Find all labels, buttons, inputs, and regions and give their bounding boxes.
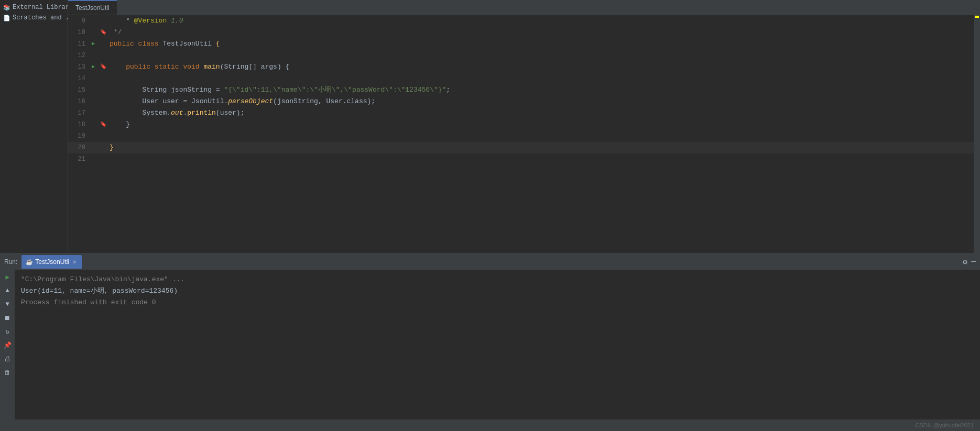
line-11-text: public class TestJsonUtil {	[107, 38, 220, 50]
line-number-9: 9	[68, 15, 92, 27]
run-delete-button[interactable]: 🗑	[2, 367, 13, 378]
line-15-text: String jsonString = "{\"id\":11,\"name\"…	[107, 84, 450, 96]
code-line-19: 19	[68, 130, 980, 142]
line-10-text: */	[107, 27, 122, 38]
line-number-21: 21	[68, 153, 92, 165]
bookmark-18: 🔖	[100, 119, 107, 130]
editor-scrollbar[interactable]	[974, 15, 980, 253]
code-line-18: 18 🔖 }	[68, 119, 980, 130]
run-tab-icon: ☕	[26, 259, 33, 266]
line-13-text: public static void main(String[] args) {	[107, 61, 289, 73]
run-reload-button[interactable]: ↻	[2, 326, 13, 337]
code-line-17: 17 System.out.println(user);	[68, 107, 980, 119]
code-line-13: 13 ▶ 🔖 public static void main(String[] …	[68, 61, 980, 73]
file-tab-bar: TestJsonUtil	[68, 0, 980, 15]
run-arrow-11: ▶	[92, 38, 100, 50]
line-number-11: 11	[68, 38, 92, 50]
file-tab-label: TestJsonUtil	[75, 4, 110, 12]
run-stop-button[interactable]: ⏹	[2, 313, 13, 323]
code-line-21: 21	[68, 153, 980, 165]
code-line-12: 12	[68, 50, 980, 61]
code-line-15: 15 String jsonString = "{\"id\":11,\"nam…	[68, 84, 980, 96]
run-play-button[interactable]: ▶	[2, 272, 13, 282]
output-line-2: User(id=11, name=小明, passWord=123456)	[21, 285, 974, 297]
line-number-12: 12	[68, 50, 92, 61]
run-tab-bar: Run: ☕ TestJsonUtil ✕ ⚙ ─	[0, 254, 980, 270]
run-panel-content: ▶ ▲ ▼ ⏹ ↻ 📌 🖨 🗑 "C:\Program Files\Java\b…	[0, 270, 980, 419]
line-number-10: 10	[68, 27, 92, 38]
close-icon[interactable]: ✕	[72, 259, 77, 265]
line-17-text: System.out.println(user);	[107, 107, 244, 119]
line-number-14: 14	[68, 73, 92, 84]
bookmark-10: 🔖	[100, 27, 107, 38]
run-label: Run:	[4, 258, 17, 266]
line-number-19: 19	[68, 130, 92, 142]
code-editor: TestJsonUtil 9 * @Version 1.0 10 🔖 */	[68, 0, 980, 253]
line-number-13: 13	[68, 61, 92, 73]
footer-watermark: CSDN @yuhuofei2021	[916, 422, 974, 428]
line-number-20: 20	[68, 142, 92, 153]
sidebar-item-label: Scratches and ...	[13, 14, 68, 21]
line-number-16: 16	[68, 96, 92, 107]
library-icon: 📚	[3, 4, 10, 11]
minimize-icon[interactable]: ─	[972, 258, 976, 266]
run-toolbar: ▶ ▲ ▼ ⏹ ↻ 📌 🖨 🗑	[0, 270, 15, 419]
output-line-4: Process finished with exit code 0	[21, 297, 974, 308]
code-line-14: 14	[68, 73, 980, 84]
file-tab-testjsonutil[interactable]: TestJsonUtil	[68, 0, 117, 15]
line-18-text: }	[107, 119, 130, 130]
editor-footer: CSDN @yuhuofei2021	[0, 419, 980, 431]
output-line-1: "C:\Program Files\Java\bin\java.exe" ...	[21, 274, 974, 285]
line-number-15: 15	[68, 84, 92, 96]
run-arrow-13: ▶	[92, 61, 100, 73]
sidebar-item-label: External Librar...	[13, 4, 68, 11]
code-line-11: 11 ▶ public class TestJsonUtil {	[68, 38, 980, 50]
line-number-17: 17	[68, 107, 92, 119]
run-tab-testjsonutil[interactable]: ☕ TestJsonUtil ✕	[21, 255, 82, 269]
project-sidebar: 📚 External Librar... 📄 Scratches and ...	[0, 0, 68, 253]
settings-icon[interactable]: ⚙	[963, 258, 967, 267]
code-line-10: 10 🔖 */	[68, 27, 980, 38]
code-line-9: 9 * @Version 1.0	[68, 15, 980, 27]
sidebar-item-external-libraries[interactable]: 📚 External Librar...	[0, 2, 68, 13]
run-tab-name: TestJsonUtil	[35, 258, 69, 266]
run-down-button[interactable]: ▼	[2, 299, 13, 310]
scrollbar-marker	[975, 16, 979, 18]
run-panel: Run: ☕ TestJsonUtil ✕ ⚙ ─ ▶ ▲ ▼ ⏹ ↻ 📌 🖨 …	[0, 253, 980, 431]
scratches-icon: 📄	[3, 15, 10, 21]
run-up-button[interactable]: ▲	[2, 285, 13, 296]
run-output-area: "C:\Program Files\Java\bin\java.exe" ...…	[15, 270, 980, 419]
line-20-text: }	[107, 142, 114, 153]
line-9-text: * @Version 1.0	[107, 15, 183, 27]
line-number-18: 18	[68, 119, 92, 130]
line-16-text: User user = JsonUtil.parseObject(jsonStr…	[107, 96, 375, 107]
run-pin-button[interactable]: 📌	[2, 340, 13, 350]
code-line-20: 20 }	[68, 142, 980, 153]
code-line-16: 16 User user = JsonUtil.parseObject(json…	[68, 96, 980, 107]
bookmark-13: 🔖	[100, 61, 107, 73]
run-print-button[interactable]: 🖨	[2, 353, 13, 364]
code-lines: 9 * @Version 1.0 10 🔖 */ 11 ▶ public cla…	[68, 15, 980, 253]
main-layout: 📚 External Librar... 📄 Scratches and ...…	[0, 0, 980, 253]
sidebar-item-scratches[interactable]: 📄 Scratches and ...	[0, 13, 68, 23]
